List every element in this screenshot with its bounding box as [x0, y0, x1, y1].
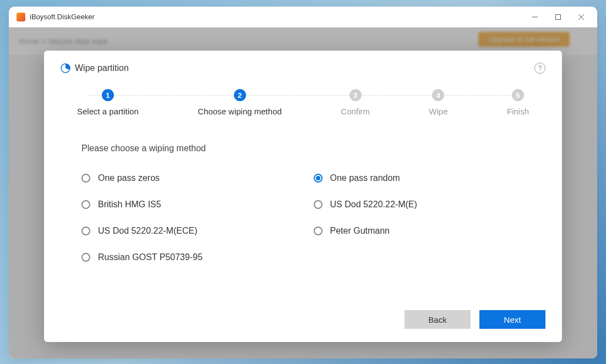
radio-icon — [81, 227, 90, 235]
radio-icon — [81, 253, 90, 262]
titlebar: iBoysoft DiskGeeker — [9, 7, 597, 27]
close-button[interactable] — [570, 9, 593, 25]
modal-footer: Back Next — [61, 310, 545, 329]
radio-british-hmg-is5[interactable]: British HMG IS5 — [81, 200, 292, 209]
minimize-icon — [532, 14, 538, 20]
step-label: Finish — [507, 107, 529, 116]
help-button[interactable]: ? — [534, 63, 545, 74]
radio-one-pass-zeros[interactable]: One pass zeros — [81, 173, 292, 183]
method-prompt: Please choose a wiping method — [81, 144, 545, 153]
radio-icon — [81, 200, 90, 209]
step-choose-method: 2 Choose wiping method — [198, 89, 282, 116]
radio-label: US Dod 5220.22-M(ECE) — [98, 226, 198, 236]
radio-russian-gost[interactable]: Russian GOST P50739-95 — [81, 252, 292, 262]
step-circle: 1 — [102, 89, 114, 101]
app-window: iBoysoft DiskGeeker Home > Secure data w… — [9, 7, 597, 359]
radio-icon — [314, 200, 323, 209]
radio-peter-gutmann[interactable]: Peter Gutmann — [314, 226, 524, 236]
wipe-partition-modal: Wipe partition ? 1 Select a partition 2 … — [44, 51, 562, 342]
radio-one-pass-random[interactable]: One pass random — [314, 173, 524, 183]
maximize-icon — [555, 14, 561, 20]
radio-us-dod-ece[interactable]: US Dod 5220.22-M(ECE) — [81, 226, 292, 236]
app-icon — [17, 13, 25, 21]
step-wipe: 4 Wipe — [429, 89, 447, 116]
modal-header: Wipe partition ? — [61, 63, 545, 74]
background-content: Home > Secure data wipe Upgrade to full … — [9, 27, 597, 359]
radio-label: British HMG IS5 — [98, 200, 161, 209]
step-select-partition: 1 Select a partition — [77, 89, 139, 116]
step-circle: 2 — [234, 89, 246, 101]
radio-label: US Dod 5220.22-M(E) — [330, 200, 417, 209]
step-label: Select a partition — [77, 107, 139, 116]
radio-icon — [314, 227, 323, 235]
radio-us-dod-e[interactable]: US Dod 5220.22-M(E) — [314, 200, 524, 209]
app-title: iBoysoft DiskGeeker — [30, 13, 523, 21]
svg-rect-1 — [556, 14, 561, 19]
step-finish: 5 Finish — [507, 89, 529, 116]
radio-label: Peter Gutmann — [330, 226, 390, 236]
radio-label: One pass zeros — [98, 173, 160, 183]
back-button[interactable]: Back — [405, 310, 471, 329]
modal-title: Wipe partition — [75, 63, 534, 73]
maximize-button[interactable] — [547, 9, 570, 25]
wiping-method-options: One pass zeros One pass random British H… — [81, 173, 523, 262]
pie-chart-icon — [61, 63, 70, 73]
window-controls — [523, 9, 593, 25]
step-circle: 5 — [512, 89, 524, 101]
step-label: Wipe — [429, 107, 447, 116]
step-confirm: 3 Confirm — [341, 89, 370, 116]
step-label: Choose wiping method — [198, 107, 282, 116]
step-circle: 4 — [432, 89, 444, 101]
step-circle: 3 — [350, 89, 362, 101]
stepper: 1 Select a partition 2 Choose wiping met… — [77, 89, 529, 116]
step-label: Confirm — [341, 107, 370, 116]
radio-icon — [81, 174, 90, 183]
radio-label: Russian GOST P50739-95 — [98, 252, 203, 262]
minimize-button[interactable] — [523, 9, 547, 25]
next-button[interactable]: Next — [479, 310, 545, 329]
stepper-connector-line — [88, 95, 518, 96]
radio-icon — [314, 174, 323, 183]
close-icon — [578, 14, 584, 20]
radio-label: One pass random — [330, 173, 400, 183]
